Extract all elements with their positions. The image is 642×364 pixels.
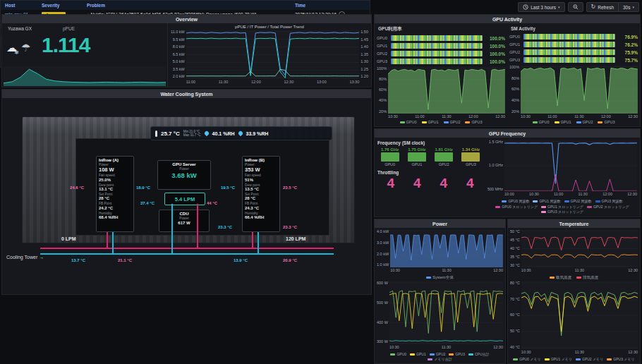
legend-item[interactable]: GPU1	[410, 352, 426, 356]
panel-header-power[interactable]: Power	[375, 219, 505, 228]
alert-table-header: Host Severity Problem Time	[1, 1, 370, 10]
throttling-legend: GPU0 スロットリングGPU1 スロットリングGPU2 スロットリングGPU3…	[487, 205, 637, 214]
panel-header-gpu-activity[interactable]: GPU Activity	[375, 15, 640, 23]
metric-pair: Set Point28 °C	[99, 193, 131, 201]
clock-icon	[523, 4, 528, 10]
gpu-utilization-chart[interactable]: 100%80%60%40%20%10:3011:0011:3012:0012:3…	[377, 67, 505, 120]
metric-pair: Dew point13.1 °C	[99, 183, 131, 192]
legend-item[interactable]: GPU3	[449, 352, 465, 356]
heatmap-strip	[523, 49, 615, 55]
legend-item[interactable]: GPU1 周波数	[533, 199, 560, 203]
metric-pair: FB Point24.3 °C	[245, 202, 277, 210]
gpu-frequency-stat: 1.34 GHz GPU3	[459, 147, 483, 166]
memory-temperature-legend: GPU0 メモリGPU1 メモリGPU2 メモリGPU3 メモリ	[510, 357, 638, 361]
legend-item[interactable]: GPU3	[598, 120, 614, 124]
zoom-out-button[interactable]	[568, 2, 583, 12]
sm-activity-meters: GPU076.9%GPU176.2%GPU275.9%GPU375.7%	[509, 32, 638, 64]
chart-plot[interactable]	[388, 67, 505, 114]
legend-item[interactable]: GPU2	[430, 352, 446, 356]
chart-plot[interactable]	[521, 281, 638, 349]
legend-item[interactable]: 吸気温度	[550, 275, 571, 280]
legend-item[interactable]: GPU1	[422, 120, 439, 124]
panel-header-water-cooling[interactable]: Water Cooling System	[2, 90, 371, 98]
temp-b-out: 23.5 °C	[283, 186, 297, 190]
chart-plot[interactable]	[4, 66, 166, 86]
system-power-chart[interactable]: 4.0 kW3.0 kW2.0 kW1.0 kW10:3011:3012:30	[377, 230, 503, 274]
sm-activity-section: SM Activity GPU076.9%GPU176.2%GPU275.9%G…	[509, 25, 638, 124]
component-power-legend: GPU0GPU1GPU2GPU3CPU合計メモリ合計	[377, 352, 503, 361]
temp-a-in: 24.6 °C	[70, 186, 84, 190]
legend-swatch	[541, 211, 546, 213]
heatmap-strip	[391, 35, 483, 41]
legend-item[interactable]: GPU3 スロットリング	[541, 210, 583, 214]
frequency-chart[interactable]: 1.5 GHz1.0 GHz500 MHz10:0010:3011:0011:3…	[487, 140, 637, 198]
legend-item[interactable]: GPU2 スロットリング	[587, 205, 629, 209]
legend-item[interactable]: GPU0	[400, 120, 417, 124]
legend-item[interactable]: GPU1	[555, 120, 571, 124]
inrow-a-unit: InRow (A) Power 108 W Fan speed25.0%Dew …	[96, 156, 134, 232]
legend-item[interactable]: GPU2 メモリ	[576, 357, 603, 361]
panel-header-overview[interactable]: Overview	[2, 15, 371, 23]
legend-swatch	[465, 121, 470, 123]
sm-activity-chart[interactable]: 100%80%60%40%20%10:3011:0011:3012:0012:3…	[509, 66, 638, 120]
system-power-legend: System全体	[377, 275, 503, 280]
cooling-tower-label: Cooling Tower →	[6, 255, 44, 260]
metric-pair: Humidity68.4 %RH	[99, 212, 131, 220]
heatmap-strip	[523, 57, 615, 63]
panel-header-temperature[interactable]: Temperature	[508, 219, 640, 228]
legend-item[interactable]: GPU2	[576, 120, 593, 124]
legend-swatch	[607, 358, 612, 360]
legend-item[interactable]: GPU2	[444, 120, 461, 124]
legend-item[interactable]: System全体	[426, 275, 453, 280]
panel-header-gpu-frequency[interactable]: GPU Frequency	[375, 129, 640, 138]
chart-plot[interactable]	[389, 281, 503, 344]
refresh-interval-select[interactable]: 30s ▾	[619, 2, 639, 12]
chart-plot[interactable]	[186, 30, 360, 79]
refresh-button[interactable]: ↻ Refresh	[586, 2, 619, 12]
frequency-chart-section: 1.5 GHz1.0 GHz500 MHz10:0010:3011:0011:3…	[487, 140, 637, 214]
gpu-meter-row: GPU176.2%	[509, 41, 638, 48]
legend-swatch	[576, 277, 581, 279]
chart-plot[interactable]	[504, 140, 637, 191]
legend-item[interactable]: GPU2 周波数	[564, 199, 592, 203]
ppue-stat: Yuzawa GX pPUE ☁❄ ☂ 1.114	[2, 23, 168, 87]
legend-item[interactable]: GPU0 スロットリング	[495, 205, 538, 209]
legend-item[interactable]: CPU合計	[468, 352, 490, 356]
legend-item[interactable]: 排気温度	[576, 275, 598, 280]
time-range-label: Last 3 hours	[531, 5, 556, 10]
legend-item[interactable]: GPU0 周波数	[502, 199, 529, 203]
legend-item[interactable]: GPU1 スロットリング	[541, 205, 583, 209]
power-trend-chart[interactable]: 11.0 kW9.5 kW8.0 kW6.5 kW5.0 kW3.5 kW2.0…	[171, 30, 368, 85]
time-range-picker[interactable]: Last 3 hours ▾	[518, 2, 564, 12]
temp-ct2: 21.1 °C	[118, 258, 132, 262]
legend-item[interactable]: GPU3 周波数	[595, 199, 623, 203]
legend-item[interactable]: メモリ合計	[428, 357, 452, 361]
legend-item[interactable]: GPU1 メモリ	[545, 357, 572, 361]
chart-plot[interactable]	[521, 66, 638, 114]
memory-temperature-chart[interactable]: 80 °C70 °C60 °C50 °C40 °C10:3011:3012:30	[510, 281, 638, 356]
legend-swatch	[541, 206, 546, 208]
umbrella-icon: ☂	[21, 42, 30, 54]
ppue-label: pPUE	[63, 26, 75, 31]
component-power-chart[interactable]: 600 W500 W400 W300 W10:3011:3012:30	[377, 281, 503, 351]
cold-pipe	[171, 204, 173, 253]
legend-item[interactable]: GPU0	[390, 352, 406, 356]
legend-item[interactable]: GPU0	[533, 120, 550, 124]
ppue-sparkline[interactable]	[4, 66, 166, 86]
panel-water-cooling: Water Cooling System 25.7 °C Min 21.0 °C…	[1, 89, 372, 295]
frequency-stat-tiles: 1.76 GHz GPU0 1.75 GHz GPU1 1.81 GHz GPU…	[377, 147, 483, 166]
legend-item[interactable]: GPU3 メモリ	[607, 357, 634, 361]
gpu-server-power: 3.68 kW	[160, 171, 208, 179]
metric-pair: Fan speed25.0%	[99, 174, 131, 182]
chart-plot[interactable]	[390, 230, 503, 267]
legend-swatch	[576, 121, 581, 123]
legend-item[interactable]: GPU0 メモリ	[513, 357, 540, 361]
metric-pair: Set Point28 °C	[245, 193, 277, 201]
stat-tile	[461, 152, 480, 162]
metric-pair: Power 353 W	[245, 163, 277, 173]
legend-swatch	[555, 121, 559, 123]
chart-plot[interactable]	[521, 230, 638, 267]
air-temperature-chart[interactable]: 50 °C45 °C40 °C35 °C30 °C10:3011:3012:30	[510, 230, 638, 274]
legend-item[interactable]: GPU3	[465, 120, 482, 124]
site-label: Yuzawa GX	[8, 26, 32, 31]
